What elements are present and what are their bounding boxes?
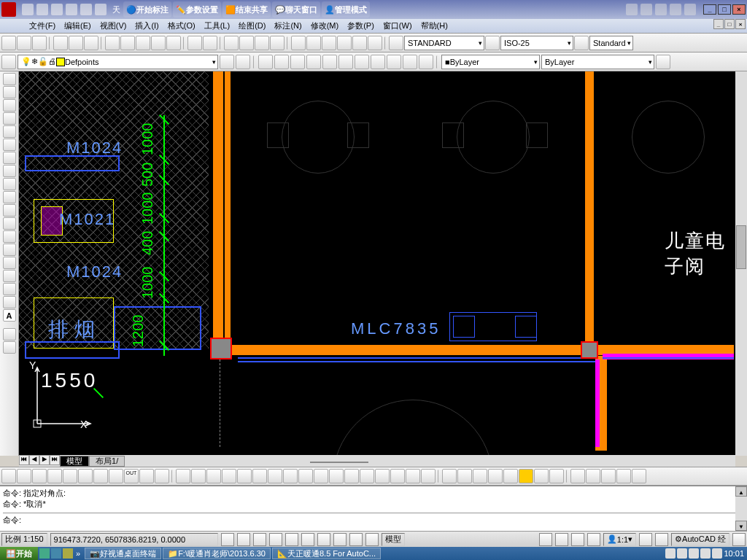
dcenter-icon[interactable] <box>306 36 321 50</box>
task-button[interactable]: 📷 好视通桌面终端 <box>85 548 161 559</box>
bt-icon[interactable] <box>534 469 549 483</box>
cut-icon[interactable] <box>105 36 120 50</box>
bt-icon[interactable] <box>314 469 328 483</box>
bt-icon[interactable] <box>344 469 359 483</box>
menu-view[interactable]: 视图(V) <box>100 20 127 31</box>
bt-icon[interactable] <box>503 469 518 483</box>
quicklaunch-icon[interactable] <box>63 548 73 559</box>
new-icon[interactable] <box>1 36 16 50</box>
qp-toggle[interactable] <box>365 533 379 546</box>
plugin-admin[interactable]: 👤 管理模式 <box>322 1 370 18</box>
menu-tools[interactable]: 工具(L) <box>204 20 230 31</box>
bt-icon[interactable] <box>176 469 190 483</box>
bt-icon[interactable] <box>442 469 457 483</box>
tray-icon[interactable] <box>677 548 687 559</box>
menu-dim[interactable]: 标注(N) <box>274 20 301 31</box>
quicklaunch-icon[interactable] <box>39 548 50 559</box>
osnap-toggle[interactable] <box>285 533 298 546</box>
tab-first-icon[interactable]: ⏮ <box>19 455 29 465</box>
clock[interactable]: 10:01 <box>724 549 744 558</box>
bt-icon[interactable] <box>222 469 236 483</box>
tray-icon[interactable] <box>689 548 699 559</box>
status-icon[interactable] <box>539 533 552 546</box>
selection-grip[interactable] <box>210 338 232 359</box>
preview-icon[interactable] <box>69 36 83 50</box>
laythw-icon[interactable] <box>274 55 289 69</box>
ltype-icon[interactable] <box>656 55 670 69</box>
layulk-icon[interactable] <box>338 55 353 69</box>
dim-style-combo[interactable]: ISO-25 <box>500 36 573 50</box>
xline-icon[interactable] <box>3 86 16 98</box>
zoom-win-icon[interactable] <box>255 36 269 50</box>
spline-icon[interactable] <box>3 178 16 190</box>
plugin-end-share[interactable]: 🟧 结束共享 <box>222 1 271 18</box>
bt-icon[interactable] <box>570 469 585 483</box>
command-window[interactable]: 命令: 指定对角点: 命令: *取消* 命令: ▲▼ <box>0 486 747 531</box>
bt-icon[interactable] <box>488 469 503 483</box>
task-button[interactable]: 📐 天正暖通8.5 For AutoC... <box>272 548 381 559</box>
bt-icon[interactable] <box>252 469 267 483</box>
revcloud-icon[interactable] <box>3 165 16 177</box>
drawing-canvas[interactable]: M1024 M1021 M1024 排烟 MLC7835 儿童电子阅 1000 … <box>19 71 735 456</box>
lwt-toggle[interactable] <box>349 533 363 546</box>
wrench-icon[interactable] <box>640 4 652 15</box>
snap-toggle[interactable] <box>221 533 234 546</box>
status-icon[interactable] <box>587 533 600 546</box>
otrack-toggle[interactable] <box>301 533 314 546</box>
task-button[interactable]: 📁 F:\暖通肖老师\2013.6.30 <box>163 548 271 559</box>
copy-icon[interactable] <box>120 36 135 50</box>
gradient-icon[interactable] <box>3 270 16 282</box>
region-icon[interactable] <box>3 283 16 295</box>
selection-grip[interactable] <box>581 341 598 359</box>
bt-icon[interactable] <box>109 469 123 483</box>
layout1-tab[interactable]: 布局1 / <box>89 456 125 467</box>
tablestyle-icon[interactable] <box>574 36 589 50</box>
workspace-switch[interactable]: ⚙ AutoCAD 经 <box>671 533 729 546</box>
menu-insert[interactable]: 插入(I) <box>135 20 158 31</box>
layer-combo[interactable]: 💡❄🔓🖨 Defpoints <box>18 55 218 69</box>
bt-icon[interactable] <box>457 469 472 483</box>
bt-icon[interactable] <box>329 469 344 483</box>
quicklaunch-icon[interactable] <box>51 548 61 559</box>
circle-icon[interactable] <box>3 152 16 164</box>
save-icon[interactable] <box>32 36 47 50</box>
command-prompt[interactable]: 命令: <box>3 513 744 526</box>
textstyle-icon[interactable] <box>389 36 403 50</box>
point-icon[interactable] <box>3 244 16 256</box>
plugin-chat[interactable]: 💬 聊天窗口 <box>272 1 320 18</box>
qat-undo-icon[interactable] <box>66 4 77 15</box>
bt-icon[interactable] <box>78 469 93 483</box>
laydel-icon[interactable] <box>403 55 417 69</box>
menu-param[interactable]: 参数(P) <box>347 20 374 31</box>
addsel-icon[interactable] <box>3 328 16 341</box>
maximize-button[interactable]: □ <box>718 4 731 15</box>
status-icon[interactable] <box>655 533 668 546</box>
polar-toggle[interactable] <box>269 533 282 546</box>
bt-icon[interactable] <box>549 469 564 483</box>
status-icon[interactable] <box>639 533 652 546</box>
insert-icon[interactable] <box>3 217 16 230</box>
text-style-combo[interactable]: STANDARD <box>404 36 484 50</box>
bt-icon[interactable] <box>237 469 252 483</box>
layoff-icon[interactable] <box>290 55 305 69</box>
bt-icon[interactable] <box>93 469 108 483</box>
zoom-rt-icon[interactable] <box>239 36 254 50</box>
system-tray[interactable]: 10:01 <box>662 548 747 559</box>
copy-modify-icon[interactable] <box>3 341 16 354</box>
bt-icon[interactable] <box>191 469 206 483</box>
qat-new-icon[interactable] <box>22 4 34 15</box>
tray-icon[interactable] <box>712 548 722 559</box>
block-make-icon[interactable] <box>3 230 16 243</box>
status-icon[interactable] <box>732 533 746 546</box>
scrollbar-thumb[interactable] <box>736 225 746 269</box>
plot-icon[interactable] <box>53 36 68 50</box>
laycur-icon[interactable] <box>371 55 385 69</box>
hatch-icon[interactable] <box>3 257 16 269</box>
bt-icon[interactable] <box>283 469 298 483</box>
layer-props-icon[interactable] <box>1 55 16 69</box>
lineweight-combo[interactable]: ByLayer <box>541 55 654 69</box>
markup-icon[interactable] <box>352 36 367 50</box>
mdi-close-button[interactable]: × <box>735 19 746 29</box>
mdi-restore-button[interactable]: □ <box>724 19 735 29</box>
color-combo[interactable]: ■ ByLayer <box>441 55 540 69</box>
